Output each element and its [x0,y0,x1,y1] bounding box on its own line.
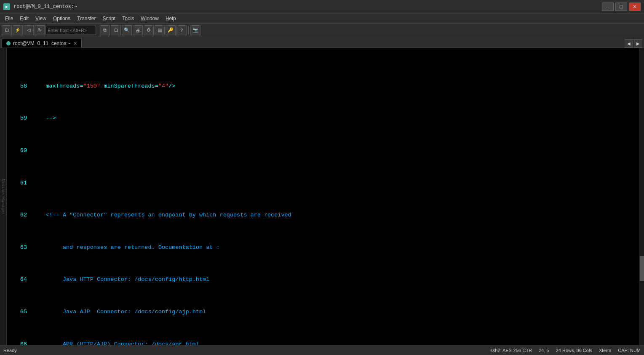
line-num-64: 64 [10,275,27,283]
tab-navigation: ◀ ▶ [625,39,642,48]
line-66: 66 APR (HTTP/AJP) Connector: /docs/apr.h… [10,340,636,345]
menu-script[interactable]: Script [99,15,119,22]
toolbar-new[interactable]: ⊞ [2,25,12,35]
window-title: root@VM_0_11_centos:~ [13,4,77,10]
title-bar: ▶ root@VM_0_11_centos:~ ─ □ ✕ [0,0,644,13]
menu-transfer[interactable]: Transfer [74,15,99,22]
menu-options[interactable]: Options [50,15,74,22]
toolbar: ⊞ ⚡ ◁ ↻ ⧉ ⊡ 🔍 🖨 ⚙ ▤ 🔑 ? 📷 [0,24,644,37]
toolbar-screen[interactable]: 📷 [190,25,200,35]
line-59: 59 --> [10,114,636,122]
session-manager-panel: Session Manager [0,48,7,345]
toolbar-find[interactable]: 🔍 [122,25,132,35]
status-ssh: ssh2: AES-256-CTR [490,348,532,353]
tab-prev-button[interactable]: ◀ [625,39,633,48]
line-num-62: 62 [10,211,27,219]
toolbar-paste[interactable]: ⊡ [111,25,121,35]
toolbar-help[interactable]: ? [176,25,187,35]
status-caps: CAP: NUM [618,348,641,353]
toolbar-log[interactable]: ▤ [155,25,165,35]
terminal[interactable]: 58 maxThreads="150" minSpareThreads="4"/… [7,48,639,345]
menu-file[interactable]: File [2,15,16,22]
menu-window[interactable]: Window [137,15,162,22]
menu-tools[interactable]: Tools [119,15,137,22]
scrollbar-thumb[interactable] [640,256,644,281]
tab-next-button[interactable]: ▶ [634,39,642,48]
status-terminal: Xterm [599,348,611,353]
tab-label: root@VM_0_11_centos:~ [13,40,71,46]
line-num-61: 61 [10,179,27,187]
toolbar-print[interactable]: 🖨 [133,25,143,35]
line-num-60: 60 [10,147,27,155]
status-size: 24 Rows, 86 Cols [556,348,592,353]
line-num-58: 58 [10,82,27,90]
title-bar-left: ▶ root@VM_0_11_centos:~ [3,3,77,10]
line-61: 61 [10,179,636,187]
menu-help[interactable]: Help [162,15,179,22]
window-controls[interactable]: ─ □ ✕ [602,3,641,11]
toolbar-sep-2 [188,26,189,35]
menu-view[interactable]: View [32,15,50,22]
close-button[interactable]: ✕ [629,3,641,11]
line-62: 62 <!-- A "Connector" represents an endp… [10,211,636,219]
line-65: 65 Java AJP Connector: /docs/config/ajp.… [10,308,636,316]
toolbar-sep-1 [98,26,98,35]
line-num-66: 66 [10,340,27,345]
toolbar-back[interactable]: ◁ [24,25,34,35]
menu-bar: File Edit View Options Transfer Script T… [0,13,644,24]
scrollbar[interactable] [639,48,644,345]
toolbar-copy[interactable]: ⧉ [100,25,110,35]
toolbar-settings[interactable]: ⚙ [144,25,154,35]
tab-session[interactable]: root@VM_0_11_centos:~ ✕ [2,39,82,48]
line-num-63: 63 [10,243,27,251]
toolbar-lightning[interactable]: ⚡ [13,25,23,35]
maximize-button[interactable]: □ [615,3,627,11]
minimize-button[interactable]: ─ [602,3,614,11]
app-icon: ▶ [3,3,10,10]
line-63: 63 and responses are returned. Documenta… [10,243,636,251]
line-num-59: 59 [10,114,27,122]
line-num-65: 65 [10,308,27,316]
tab-bar: root@VM_0_11_centos:~ ✕ ◀ ▶ [0,37,644,48]
toolbar-key[interactable]: 🔑 [166,25,176,35]
status-bar: Ready ssh2: AES-256-CTR 24, 5 24 Rows, 8… [0,345,644,355]
host-input[interactable] [45,26,96,35]
code-area: 58 maxThreads="150" minSpareThreads="4"/… [10,50,636,345]
terminal-wrapper: Session Manager 58 maxThreads="150" minS… [0,48,644,345]
status-ready: Ready [3,348,17,353]
status-right: ssh2: AES-256-CTR 24, 5 24 Rows, 86 Cols… [490,348,641,353]
line-58: 58 maxThreads="150" minSpareThreads="4"/… [10,82,636,90]
status-position: 24, 5 [539,348,549,353]
line-60: 60 [10,147,636,155]
menu-edit[interactable]: Edit [16,15,32,22]
toolbar-refresh[interactable]: ↻ [35,25,45,35]
tab-status-dot [6,41,11,45]
line-64: 64 Java HTTP Connector: /docs/config/htt… [10,275,636,283]
tab-close-button[interactable]: ✕ [73,41,77,46]
